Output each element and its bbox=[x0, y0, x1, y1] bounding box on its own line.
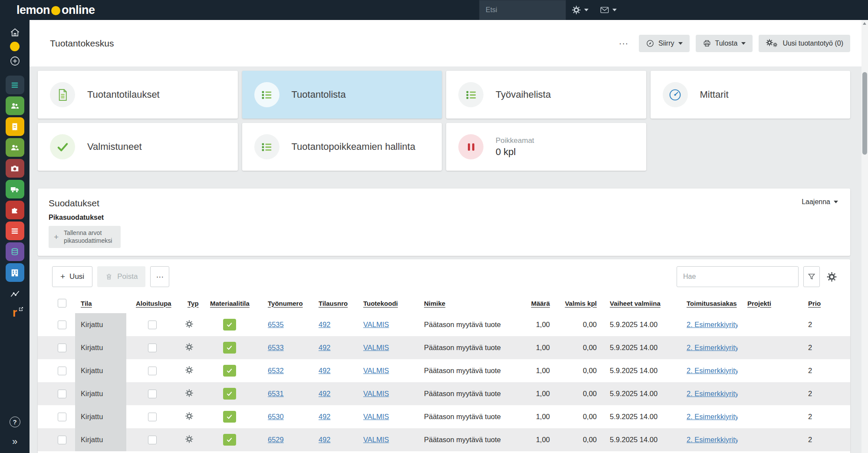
tyonumero-link[interactable]: 6532 bbox=[268, 367, 284, 374]
r-external-app-button[interactable]: r bbox=[4, 306, 25, 320]
column-header-vaiheet-valmiina[interactable]: Vaiheet valmiina bbox=[610, 300, 661, 307]
row-gear-icon[interactable] bbox=[185, 412, 194, 420]
app-tile-list[interactable] bbox=[6, 222, 24, 240]
table-row[interactable]: Kirjattu 6531 492 VALMIS Päätason myytäv… bbox=[38, 382, 850, 405]
toimitusasiakas-link[interactable]: 2. Esimerkkiyritys bbox=[687, 413, 738, 420]
card-tyovaihelista[interactable]: Työvaihelista bbox=[446, 71, 646, 119]
app-tile-integrations[interactable] bbox=[6, 201, 24, 219]
row-gear-icon[interactable] bbox=[185, 435, 194, 443]
filter-button[interactable] bbox=[803, 266, 820, 287]
row-select-checkbox[interactable] bbox=[58, 367, 66, 375]
tyonumero-link[interactable]: 6535 bbox=[268, 321, 284, 328]
aloituslupa-checkbox[interactable] bbox=[148, 413, 157, 421]
add-button[interactable] bbox=[4, 54, 25, 68]
app-tile-logistics[interactable] bbox=[6, 180, 24, 198]
app-tile-production[interactable] bbox=[6, 76, 24, 94]
app-tile-camera[interactable] bbox=[6, 159, 24, 178]
card-poikkeamat[interactable]: Poikkeamat 0 kpl bbox=[446, 123, 646, 171]
more-actions-button[interactable]: ··· bbox=[615, 36, 633, 51]
tyonumero-link[interactable]: 6529 bbox=[268, 436, 284, 443]
tyonumero-link[interactable]: 6533 bbox=[268, 344, 284, 351]
toimitusasiakas-link[interactable]: 2. Esimerkkiyritys bbox=[687, 436, 738, 443]
column-header-maara[interactable]: Määrä bbox=[531, 300, 550, 307]
column-header-tilausnro[interactable]: Tilausnro bbox=[319, 300, 348, 307]
save-quick-filter-button[interactable]: Tallenna arvot pikasuodattimeksi bbox=[49, 226, 121, 248]
column-header-tyonumero[interactable]: Työnumero bbox=[268, 300, 303, 307]
table-row[interactable]: Kirjattu 6530 492 VALMIS Päätason myytäv… bbox=[38, 405, 850, 428]
card-tuotantolista[interactable]: Tuotantolista bbox=[242, 71, 442, 119]
tuotekoodi-link[interactable]: VALMIS bbox=[363, 321, 389, 328]
column-header-nimike[interactable]: Nimike bbox=[424, 300, 445, 307]
toimitusasiakas-link[interactable]: 2. Esimerkkiyritys bbox=[687, 367, 738, 374]
aloituslupa-checkbox[interactable] bbox=[148, 344, 157, 352]
more-table-actions-button[interactable]: ··· bbox=[150, 266, 169, 287]
aloituslupa-checkbox[interactable] bbox=[148, 367, 157, 375]
reports-button[interactable] bbox=[4, 287, 25, 301]
table-settings-button[interactable] bbox=[825, 271, 839, 282]
expand-filters-button[interactable]: Laajenna bbox=[802, 198, 838, 206]
app-tile-people[interactable] bbox=[6, 96, 24, 115]
column-header-valmis-kpl[interactable]: Valmis kpl bbox=[565, 300, 597, 307]
select-all-checkbox[interactable] bbox=[58, 299, 66, 308]
column-header-aloituslupa[interactable]: Aloituslupa bbox=[136, 300, 171, 307]
row-select-checkbox[interactable] bbox=[58, 413, 66, 421]
card-mittarit[interactable]: Mittarit bbox=[651, 71, 851, 119]
row-gear-icon[interactable] bbox=[185, 343, 194, 351]
home-button[interactable] bbox=[4, 25, 25, 39]
tulosta-button[interactable]: Tulosta bbox=[696, 35, 753, 52]
aloituslupa-checkbox[interactable] bbox=[148, 436, 157, 444]
column-header-toimitusasiakas[interactable]: Toimitusasiakas bbox=[687, 300, 737, 307]
column-header-tuotekoodi[interactable]: Tuotekoodi bbox=[363, 300, 398, 307]
settings-menu-button[interactable] bbox=[566, 0, 594, 20]
messages-menu-button[interactable] bbox=[594, 0, 622, 20]
row-select-checkbox[interactable] bbox=[58, 321, 66, 329]
tyonumero-link[interactable]: 6531 bbox=[268, 390, 284, 397]
tilausnro-link[interactable]: 492 bbox=[319, 390, 331, 397]
global-search-input[interactable] bbox=[479, 0, 566, 20]
table-row[interactable]: Kirjattu 6533 492 VALMIS Päätason myytäv… bbox=[38, 336, 850, 359]
row-select-checkbox[interactable] bbox=[58, 436, 66, 444]
toimitusasiakas-link[interactable]: 2. Esimerkkiyritys bbox=[687, 344, 738, 351]
vertical-scrollbar[interactable] bbox=[861, 20, 868, 453]
scrollbar-thumb[interactable] bbox=[862, 72, 867, 155]
column-header-tyyppi[interactable]: Typ bbox=[187, 300, 199, 307]
help-button[interactable] bbox=[4, 415, 25, 429]
aloituslupa-checkbox[interactable] bbox=[148, 321, 157, 329]
table-row[interactable]: Kirjattu 6532 492 VALMIS Päätason myytäv… bbox=[38, 359, 850, 382]
table-row[interactable]: Kirjattu 6535 492 VALMIS Päätason myytäv… bbox=[38, 313, 850, 336]
row-gear-icon[interactable] bbox=[185, 366, 194, 374]
tilausnro-link[interactable]: 492 bbox=[319, 367, 331, 374]
tilausnro-link[interactable]: 492 bbox=[319, 344, 331, 351]
tilausnro-link[interactable]: 492 bbox=[319, 321, 331, 328]
table-row[interactable]: Kirjattu 6529 492 VALMIS Päätason myytäv… bbox=[38, 428, 850, 451]
scroll-up-arrow-icon[interactable] bbox=[863, 22, 866, 25]
table-search-input[interactable] bbox=[677, 266, 799, 287]
app-tile-receipt[interactable] bbox=[6, 117, 24, 136]
column-header-materiaalitila[interactable]: Materiaalitila bbox=[210, 300, 250, 307]
card-valmistuneet[interactable]: Valmistuneet bbox=[38, 123, 238, 171]
toimitusasiakas-link[interactable]: 2. Esimerkkiyritys bbox=[687, 390, 738, 397]
row-select-checkbox[interactable] bbox=[58, 390, 66, 398]
siirry-button[interactable]: Siirry bbox=[639, 35, 689, 52]
tuotekoodi-link[interactable]: VALMIS bbox=[363, 413, 389, 420]
app-logo[interactable]: lemon online bbox=[16, 3, 95, 17]
tuotekoodi-link[interactable]: VALMIS bbox=[363, 390, 389, 397]
card-tuotantotilaukset[interactable]: Tuotantotilaukset bbox=[38, 71, 238, 119]
column-header-projekti[interactable]: Projekti bbox=[747, 300, 771, 307]
app-tile-finance[interactable] bbox=[6, 242, 24, 261]
aloituslupa-checkbox[interactable] bbox=[148, 390, 157, 398]
new-row-button[interactable]: Uusi bbox=[52, 266, 92, 287]
row-gear-icon[interactable] bbox=[185, 320, 194, 328]
collapse-sidebar-button[interactable] bbox=[4, 435, 25, 449]
app-tile-people-2[interactable] bbox=[6, 138, 24, 157]
tuotekoodi-link[interactable]: VALMIS bbox=[363, 367, 389, 374]
app-tile-company[interactable] bbox=[6, 263, 24, 282]
column-header-tila[interactable]: Tila bbox=[81, 300, 92, 307]
uusi-tuotantotyo-button[interactable]: Uusi tuotantotyö (0) bbox=[759, 35, 850, 52]
tuotekoodi-link[interactable]: VALMIS bbox=[363, 436, 389, 443]
tuotekoodi-link[interactable]: VALMIS bbox=[363, 344, 389, 351]
delete-row-button[interactable]: Poista bbox=[97, 266, 145, 287]
tyonumero-link[interactable]: 6530 bbox=[268, 413, 284, 420]
tilausnro-link[interactable]: 492 bbox=[319, 413, 331, 420]
tilausnro-link[interactable]: 492 bbox=[319, 436, 331, 443]
